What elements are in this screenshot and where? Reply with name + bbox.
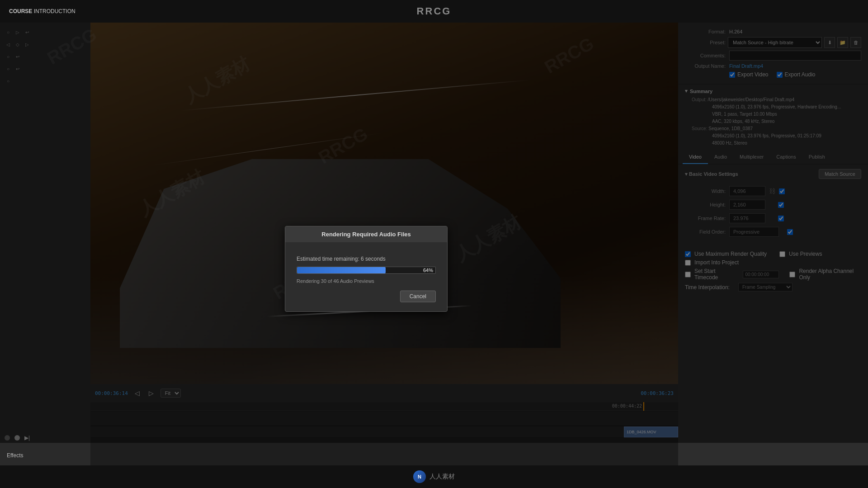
progress-row: 64% [297,267,436,274]
progress-bar: 64% [297,267,436,274]
rrcg-center-logo: RRCG [417,5,452,17]
top-bar: COURSE INTRODUCTION RRCG [0,0,868,23]
progress-fill [297,267,386,273]
cancel-button[interactable]: Cancel [400,291,436,302]
modal-overlay: Rendering Required Audio Files Estimated… [0,23,868,443]
modal-title: Rendering Required Audio Files [285,226,447,242]
modal-cancel-row: Cancel [297,291,436,302]
brand-name: 人人素材 [429,473,455,481]
progress-percent: 64% [423,267,433,273]
render-subtitle: Rendering 30 of 46 Audio Previews [297,278,436,284]
estimated-time-row: Estimated time remaining: 6 seconds [297,256,436,262]
render-modal: Rendering Required Audio Files Estimated… [285,226,448,312]
bottom-bar: N 人人素材 [0,465,868,488]
top-bar-title: COURSE INTRODUCTION [9,8,75,14]
logo-icon: N [413,470,426,483]
modal-body: Estimated time remaining: 6 seconds 64% … [285,242,447,311]
effects-label: Effects [2,450,88,461]
bottom-logo: N 人人素材 [413,470,455,483]
estimated-label: Estimated time remaining: 6 seconds [297,256,436,262]
